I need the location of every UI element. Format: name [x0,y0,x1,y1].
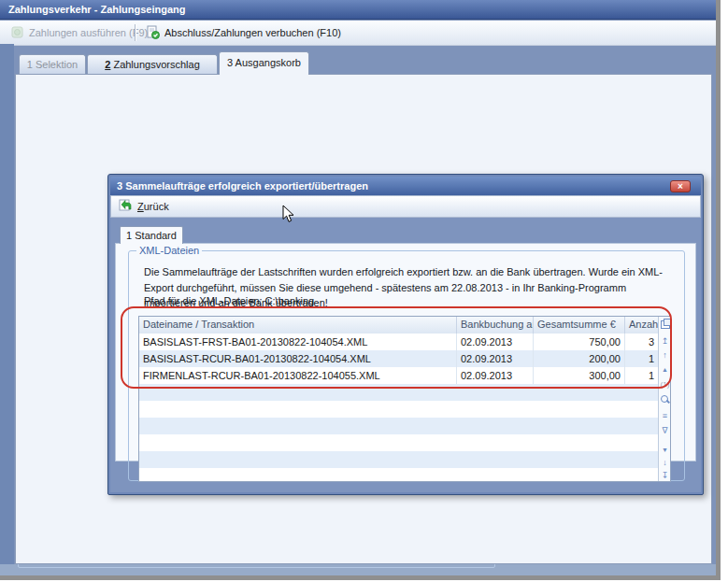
book-payments-button[interactable]: Abschluss/Zahlungen verbuchen (F10) [140,23,347,42]
tab-ausgangskorb[interactable]: 3 Ausgangskorb [219,51,309,75]
tab-ausgangskorb-label: 3 Ausgangskorb [227,57,301,68]
columns-icon[interactable]: ≡ [659,412,671,420]
execute-payments-icon [10,25,24,41]
empty-table-row [139,468,658,482]
dialog-tab-standard[interactable]: 1 Standard [120,226,183,244]
xml-dateien-label: XML-Dateien [136,245,202,256]
back-button-hotkey: Z [137,201,144,212]
empty-table-row [139,451,658,469]
dialog-titlebar: 3 Sammelaufträge erfolgreich exportiert/… [110,177,701,195]
table-search-icon[interactable] [661,395,668,403]
dialog-title: 3 Sammelaufträge erfolgreich exportiert/… [117,180,368,192]
empty-table-row [139,401,658,419]
window-title: Zahlungsverkehr - Zahlungseingang [8,4,185,15]
dialog-tab-standard-label: 1 Standard [126,230,177,241]
dialog-close-button[interactable]: × [670,180,691,192]
main-toolbar: Zahlungen ausführen (F9) Abschluss/Zahlu… [0,21,716,46]
dialog-toolbar: Zurück [110,195,701,218]
back-icon [119,199,133,214]
back-button[interactable]: Zurück [137,201,169,212]
close-icon: × [678,181,683,192]
tab-zahlungsvorschlag[interactable]: 2 Zahlungsvorschlag [87,54,218,74]
window-titlebar: Zahlungsverkehr - Zahlungseingang [0,0,716,20]
back-button-label: urück [144,201,169,212]
mouse-cursor [282,205,295,225]
empty-table-row [139,418,658,435]
go-last-icon[interactable]: ↧ [659,472,671,480]
xml-path: Pfad für die XML-Dateien: C:\banking [144,295,314,306]
execute-payments-button[interactable]: Zahlungen ausführen (F9) [5,23,153,42]
book-payments-icon [146,25,160,41]
empty-table-row [139,434,658,452]
tab-selektion-label: 1 Selektion [27,59,78,70]
execute-payments-label: Zahlungen ausführen (F9) [29,27,148,38]
book-payments-label: Abschluss/Zahlungen verbuchen (F10) [164,27,341,38]
page-down-icon[interactable]: ↓ [659,459,671,467]
filter-icon[interactable]: ∇ [659,427,671,435]
window-left-frame [0,44,14,564]
tab-selektion[interactable]: 1 Selektion [19,54,86,74]
row-down-icon[interactable]: ▼ [659,446,671,454]
toolbar-separator [135,24,136,41]
red-highlight-annotation [121,306,672,389]
tab-zahlungsvorschlag-label: Zahlungsvorschlag [110,59,199,70]
